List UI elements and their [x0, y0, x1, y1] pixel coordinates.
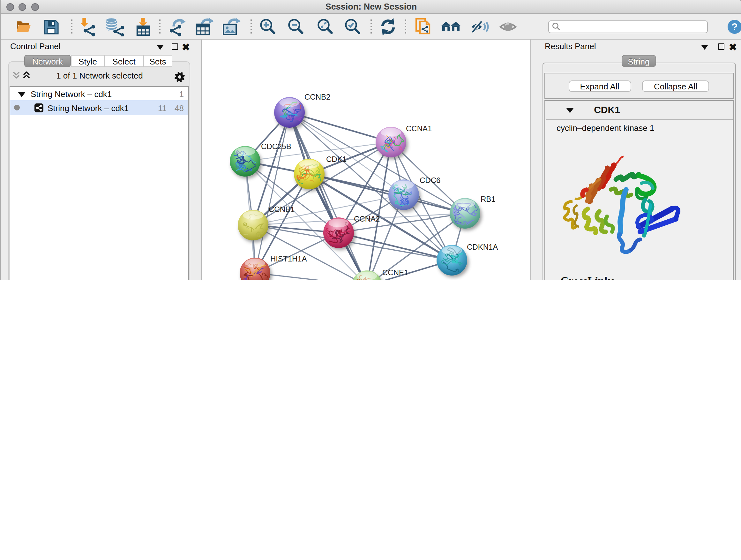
- svg-text:CDC25B: CDC25B: [261, 142, 291, 151]
- svg-text:CDK1: CDK1: [326, 155, 347, 164]
- svg-text:?: ?: [731, 21, 738, 33]
- svg-text:CCNB1: CCNB1: [269, 205, 294, 213]
- svg-text:CCNA2: CCNA2: [354, 214, 380, 223]
- svg-text:HIST1H1A: HIST1H1A: [270, 254, 307, 263]
- svg-text:CDC6: CDC6: [420, 176, 441, 185]
- svg-text:CCNA1: CCNA1: [406, 124, 432, 133]
- svg-text:CCNB2: CCNB2: [305, 92, 330, 101]
- svg-text:CDKN1A: CDKN1A: [467, 243, 498, 251]
- svg-text:CCNE1: CCNE1: [382, 268, 408, 277]
- svg-text:RB1: RB1: [481, 195, 495, 203]
